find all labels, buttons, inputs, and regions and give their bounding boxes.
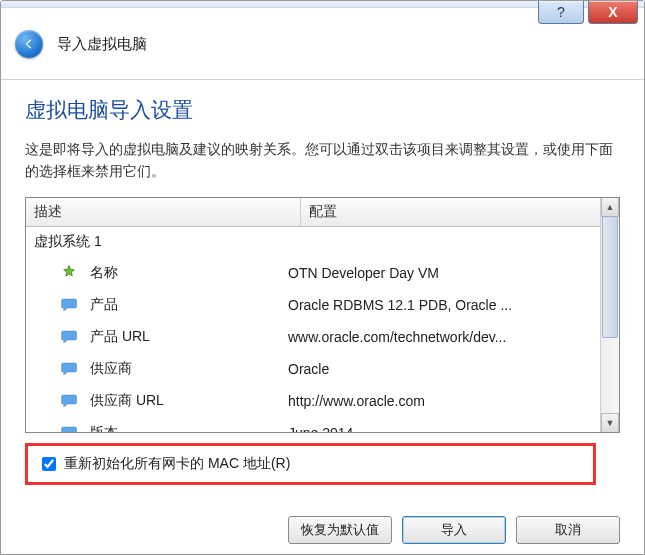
row-desc: 名称 [90,264,288,282]
row-conf: OTN Developer Day VM [288,265,611,281]
help-button[interactable]: ? [538,1,584,24]
close-button[interactable]: X [588,1,638,24]
btn-label: 恢复为默认值 [301,521,379,539]
column-config[interactable]: 配置 [301,198,619,226]
speech-icon [58,360,80,378]
row-conf: www.oracle.com/technetwork/dev... [288,329,611,345]
btn-label: 导入 [441,521,467,539]
dialog-window: ? X 导入虚拟电脑 虚拟电脑导入设置 这是即将导入的虚拟电脑及建议的映射关系。… [0,0,645,555]
btn-label: 取消 [555,521,581,539]
row-desc: 产品 URL [90,328,288,346]
speech-icon [58,328,80,346]
table-group[interactable]: 虚拟系统 1 [26,227,619,257]
table-header: 描述 配置 [26,198,619,227]
row-conf: June 2014 [288,425,611,433]
section-description: 这是即将导入的虚拟电脑及建议的映射关系。您可以通过双击该项目来调整其设置，或使用… [25,138,620,183]
settings-table: 描述 配置 虚拟系统 1 名称 OTN Developer Day VM 产品 … [25,197,620,433]
table-row[interactable]: 产品 Oracle RDBMS 12.1 PDB, Oracle ... [26,289,619,321]
import-button[interactable]: 导入 [402,516,506,544]
table-row[interactable]: 供应商 Oracle [26,353,619,385]
row-conf: Oracle [288,361,611,377]
back-button[interactable] [15,30,43,58]
wizard-title: 导入虚拟电脑 [57,35,147,54]
row-desc: 版本 [90,424,288,433]
row-desc: 产品 [90,296,288,314]
table-body: 虚拟系统 1 名称 OTN Developer Day VM 产品 Oracle… [26,227,619,433]
speech-icon [58,296,80,314]
close-icon: X [608,4,617,20]
row-conf: http://www.oracle.com [288,393,611,409]
row-conf: Oracle RDBMS 12.1 PDB, Oracle ... [288,297,611,313]
reinit-mac-label: 重新初始化所有网卡的 MAC 地址(R) [64,455,290,473]
table-row[interactable]: 名称 OTN Developer Day VM [26,257,619,289]
table-row[interactable]: 版本 June 2014 [26,417,619,433]
arrow-left-icon [21,36,37,52]
reinit-mac-checkbox[interactable] [42,457,56,471]
speech-icon [58,392,80,410]
star-icon [58,264,80,282]
scroll-down-button[interactable]: ▼ [601,413,619,432]
help-icon: ? [557,4,565,20]
cancel-button[interactable]: 取消 [516,516,620,544]
scroll-up-button[interactable]: ▲ [601,198,619,217]
vertical-scrollbar[interactable]: ▲ ▼ [600,198,619,432]
content-area: 虚拟电脑导入设置 这是即将导入的虚拟电脑及建议的映射关系。您可以通过双击该项目来… [1,80,644,485]
restore-defaults-button[interactable]: 恢复为默认值 [288,516,392,544]
row-desc: 供应商 URL [90,392,288,410]
column-description[interactable]: 描述 [26,198,301,226]
reinit-mac-highlight: 重新初始化所有网卡的 MAC 地址(R) [25,443,596,485]
table-row[interactable]: 供应商 URL http://www.oracle.com [26,385,619,417]
section-title: 虚拟电脑导入设置 [25,96,620,124]
scroll-thumb[interactable] [602,216,618,338]
row-desc: 供应商 [90,360,288,378]
speech-icon [58,424,80,433]
titlebar-buttons: ? X [538,1,638,24]
dialog-footer: 恢复为默认值 导入 取消 [288,516,620,544]
table-row[interactable]: 产品 URL www.oracle.com/technetwork/dev... [26,321,619,353]
